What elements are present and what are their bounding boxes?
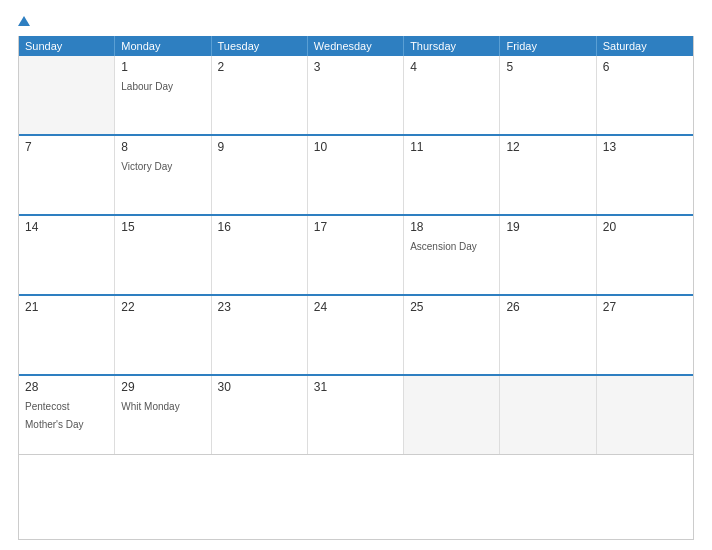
cell-event-label: Labour Day <box>121 81 173 92</box>
calendar-cell: 26 <box>500 296 596 374</box>
calendar-cell: 24 <box>308 296 404 374</box>
calendar-cell: 18Ascension Day <box>404 216 500 294</box>
calendar-cell: 7 <box>19 136 115 214</box>
cell-day-number: 7 <box>25 140 108 154</box>
cell-day-number: 10 <box>314 140 397 154</box>
cell-day-number: 29 <box>121 380 204 394</box>
cell-day-number: 3 <box>314 60 397 74</box>
calendar-cell: 1Labour Day <box>115 56 211 134</box>
calendar-cell: 25 <box>404 296 500 374</box>
day-header-thursday: Thursday <box>404 36 500 56</box>
cell-day-number: 6 <box>603 60 687 74</box>
day-header-sunday: Sunday <box>19 36 115 56</box>
cell-day-number: 5 <box>506 60 589 74</box>
cell-day-number: 26 <box>506 300 589 314</box>
week-row-2: 78Victory Day910111213 <box>19 136 693 216</box>
calendar-cell: 9 <box>212 136 308 214</box>
cell-day-number: 31 <box>314 380 397 394</box>
calendar-cell: 29Whit Monday <box>115 376 211 454</box>
week-row-3: 1415161718Ascension Day1920 <box>19 216 693 296</box>
calendar-cell <box>500 376 596 454</box>
cell-event-label: Whit Monday <box>121 401 179 412</box>
cell-day-number: 15 <box>121 220 204 234</box>
calendar-cell: 15 <box>115 216 211 294</box>
calendar-cell: 17 <box>308 216 404 294</box>
calendar-cell: 27 <box>597 296 693 374</box>
week-row-5: 28PentecostMother's Day29Whit Monday3031 <box>19 376 693 455</box>
calendar-cell: 22 <box>115 296 211 374</box>
days-header-row: SundayMondayTuesdayWednesdayThursdayFrid… <box>19 36 693 56</box>
calendar-page: SundayMondayTuesdayWednesdayThursdayFrid… <box>0 0 712 550</box>
day-header-friday: Friday <box>500 36 596 56</box>
calendar-cell: 2 <box>212 56 308 134</box>
calendar-cell: 6 <box>597 56 693 134</box>
cell-day-number: 18 <box>410 220 493 234</box>
week-row-4: 21222324252627 <box>19 296 693 376</box>
cell-day-number: 17 <box>314 220 397 234</box>
calendar-weeks: 1Labour Day2345678Victory Day91011121314… <box>19 56 693 455</box>
logo <box>18 16 32 26</box>
cell-day-number: 14 <box>25 220 108 234</box>
calendar-cell: 30 <box>212 376 308 454</box>
cell-day-number: 8 <box>121 140 204 154</box>
calendar-cell: 20 <box>597 216 693 294</box>
cell-event-label: Ascension Day <box>410 241 477 252</box>
cell-day-number: 13 <box>603 140 687 154</box>
cell-day-number: 11 <box>410 140 493 154</box>
cell-event-label: Victory Day <box>121 161 172 172</box>
calendar-cell: 5 <box>500 56 596 134</box>
calendar-grid: SundayMondayTuesdayWednesdayThursdayFrid… <box>18 36 694 540</box>
cell-day-number: 30 <box>218 380 301 394</box>
calendar-cell: 8Victory Day <box>115 136 211 214</box>
calendar-cell: 13 <box>597 136 693 214</box>
calendar-cell: 3 <box>308 56 404 134</box>
logo-triangle-icon <box>18 16 30 26</box>
cell-day-number: 16 <box>218 220 301 234</box>
cell-day-number: 9 <box>218 140 301 154</box>
calendar-cell: 10 <box>308 136 404 214</box>
cell-day-number: 27 <box>603 300 687 314</box>
calendar-cell <box>404 376 500 454</box>
week-row-1: 1Labour Day23456 <box>19 56 693 136</box>
cell-day-number: 24 <box>314 300 397 314</box>
calendar-cell: 11 <box>404 136 500 214</box>
cell-day-number: 23 <box>218 300 301 314</box>
cell-day-number: 19 <box>506 220 589 234</box>
cell-day-number: 25 <box>410 300 493 314</box>
calendar-cell: 23 <box>212 296 308 374</box>
cell-day-number: 22 <box>121 300 204 314</box>
day-header-monday: Monday <box>115 36 211 56</box>
calendar-cell: 4 <box>404 56 500 134</box>
calendar-cell: 12 <box>500 136 596 214</box>
calendar-cell: 19 <box>500 216 596 294</box>
calendar-cell: 31 <box>308 376 404 454</box>
cell-day-number: 28 <box>25 380 108 394</box>
calendar-header <box>18 16 694 26</box>
calendar-cell: 14 <box>19 216 115 294</box>
calendar-cell: 28PentecostMother's Day <box>19 376 115 454</box>
cell-day-number: 12 <box>506 140 589 154</box>
day-header-tuesday: Tuesday <box>212 36 308 56</box>
cell-day-number: 1 <box>121 60 204 74</box>
day-header-wednesday: Wednesday <box>308 36 404 56</box>
calendar-cell: 16 <box>212 216 308 294</box>
calendar-cell: 21 <box>19 296 115 374</box>
cell-day-number: 4 <box>410 60 493 74</box>
cell-day-number: 2 <box>218 60 301 74</box>
day-header-saturday: Saturday <box>597 36 693 56</box>
cell-day-number: 20 <box>603 220 687 234</box>
cell-day-number: 21 <box>25 300 108 314</box>
calendar-cell <box>19 56 115 134</box>
cell-event-label: PentecostMother's Day <box>25 401 84 430</box>
calendar-cell <box>597 376 693 454</box>
logo-blue-text <box>18 16 32 26</box>
